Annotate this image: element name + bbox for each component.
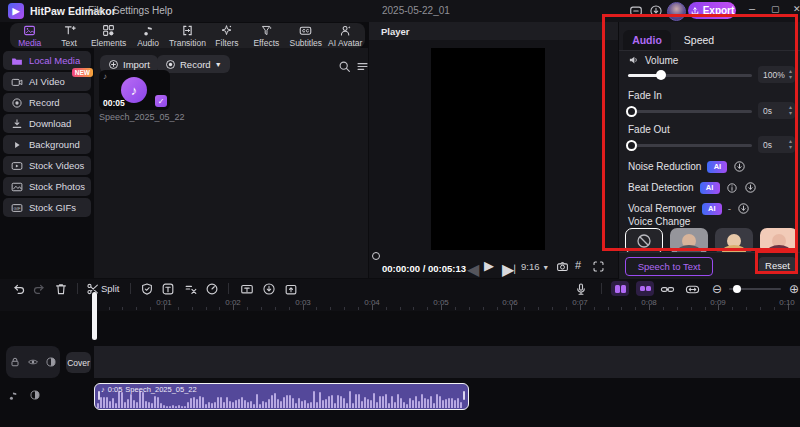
tab-subtitles[interactable]: Subtitles [286,23,325,48]
voiceover-mic-icon[interactable] [573,281,589,297]
sidebar-item-stock-gifs[interactable]: Stock GIFs [3,198,91,217]
feedback-icon[interactable] [628,3,644,19]
delete-gap-icon[interactable] [183,281,199,297]
close-button[interactable]: ✕ [793,4,800,14]
fade-out-slider-knob[interactable] [626,140,637,151]
search-icon[interactable] [338,57,351,75]
volume-slider-knob[interactable] [656,70,666,80]
seekbar-playhead[interactable] [372,252,380,260]
waveform-bar [367,399,369,408]
fade-out-value[interactable]: 0s▴▾ [758,136,795,153]
fade-in-slider-knob[interactable] [626,106,637,117]
media-item-thumbnail[interactable]: ♪ ♪ 00:05 ✓ [99,70,170,110]
waveform-bar [451,398,453,408]
record-dropdown-button[interactable]: Record▼ [157,55,230,73]
tab-elements[interactable]: Elements [89,23,128,48]
redo-icon[interactable] [31,281,47,297]
tab-ai-avatar[interactable]: AI Avatar [326,23,365,48]
fade-in-value[interactable]: 0s▴▾ [758,102,795,119]
info-icon[interactable] [726,182,738,194]
zoom-out-icon[interactable]: ⊖ [709,281,725,297]
stepper-arrows[interactable]: ▴▾ [789,138,792,150]
voice-option-female-1[interactable] [715,228,753,254]
timeline-zoom-slider[interactable] [729,288,781,290]
stepper-arrows[interactable]: ▴▾ [789,68,792,80]
ripple-toggle-icon[interactable] [636,281,654,296]
minimize-button[interactable]: – [749,2,755,14]
sidebar-item-download[interactable]: Download [3,114,91,133]
mute-icon[interactable] [29,389,41,401]
fade-out-slider[interactable] [628,144,752,147]
fullscreen-icon[interactable] [592,260,605,273]
tab-audio-properties[interactable]: Audio [623,30,671,50]
music-note-icon[interactable] [8,390,19,401]
export-frame-icon[interactable] [283,281,299,297]
export-button[interactable]: Export [688,2,736,19]
speed-gauge-icon[interactable] [204,281,220,297]
volume-value[interactable]: 100%▴▾ [758,66,795,83]
split-label[interactable]: Split [101,283,119,294]
menu-settings[interactable]: Settings [113,5,149,16]
user-avatar[interactable] [667,2,686,21]
voice-option-female-2[interactable] [760,228,798,254]
zoom-in-icon[interactable]: ⊕ [786,281,800,297]
download-circle-icon[interactable] [733,160,746,173]
maximize-button[interactable]: ▢ [771,4,780,14]
lock-icon[interactable] [9,356,21,368]
sidebar-item-stock-photos[interactable]: Stock Photos [3,177,91,196]
media-item-name: Speech_2025_05_22 [99,112,185,122]
next-frame-button[interactable]: ▶▏ [502,260,520,279]
aspect-ratio-dropdown[interactable]: 9:16 ▼ [521,261,549,272]
tab-effects[interactable]: Effects [247,23,286,48]
mute-icon[interactable] [45,356,57,368]
speech-to-text-button[interactable]: Speech to Text [625,257,713,276]
timeline-ruler[interactable]: 0:01 0:02 0:03 0:04 0:05 0:06 0:07 0:08 … [0,298,800,311]
ai-avatar-icon [339,24,352,37]
sidebar-item-stock-videos[interactable]: Stock Videos [3,156,91,175]
sidebar-item-ai-video[interactable]: AI VideoNEW [3,72,91,91]
tab-text[interactable]: Text [49,23,88,48]
mask-shield-icon[interactable] [139,281,155,297]
ruler-tick [316,307,317,310]
voice-option-none[interactable] [625,228,663,254]
fade-in-slider[interactable] [628,110,752,113]
delete-icon[interactable] [53,281,69,297]
timeline-playhead[interactable] [92,292,97,340]
sidebar-item-background[interactable]: Background [3,135,91,154]
voice-option-male[interactable] [670,228,708,254]
list-view-icon[interactable] [356,57,369,75]
menu-file[interactable]: File [88,5,104,16]
zoom-slider-knob[interactable] [733,285,741,293]
undo-icon[interactable] [11,281,27,297]
play-button[interactable]: ▶ [484,258,494,273]
audio-clip[interactable]: ♪ 0:05 Speech_2025_05_22 [94,383,469,410]
download-circle-icon[interactable] [737,202,750,215]
tab-transition[interactable]: Transition [168,23,207,48]
snap-toggle-icon[interactable] [611,281,629,296]
previous-frame-button[interactable]: ◀ [467,260,479,279]
stepper-arrows[interactable]: ▴▾ [789,104,792,116]
fit-timeline-icon[interactable] [684,281,700,297]
video-track-lane[interactable] [94,346,800,378]
waveform-bar [142,392,144,408]
reset-button[interactable]: Reset [759,257,796,274]
download-center-icon[interactable] [648,3,664,19]
tab-speed-properties[interactable]: Speed [677,30,721,50]
grid-icon[interactable]: # [575,259,581,271]
tab-media[interactable]: Media [10,23,49,48]
add-text-icon[interactable] [160,281,176,297]
menu-help[interactable]: Help [152,5,173,16]
selected-check-icon[interactable]: ✓ [155,95,167,107]
volume-slider[interactable] [628,74,752,77]
tab-audio[interactable]: Audio [128,23,167,48]
ai-badge: AI [700,182,720,194]
tab-filters[interactable]: Filters [207,23,246,48]
eye-icon[interactable] [27,356,39,368]
download-circle-icon[interactable] [261,281,277,297]
link-clips-icon[interactable] [659,281,675,297]
sidebar-item-record[interactable]: Record [3,93,91,112]
snapshot-camera-icon[interactable] [556,260,569,273]
download-circle-icon[interactable] [744,181,757,194]
add-to-track-icon[interactable] [239,281,255,297]
cover-button[interactable]: Cover [66,352,91,373]
